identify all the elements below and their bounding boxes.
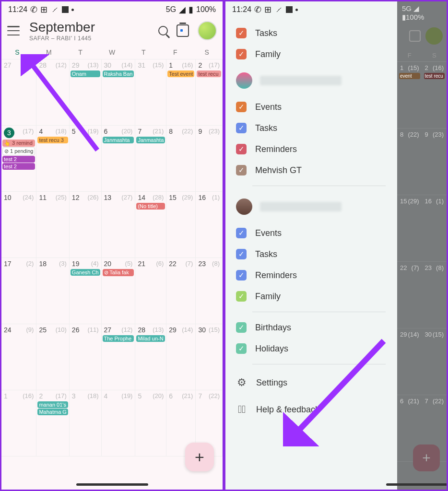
event-chip[interactable]: manan 01's	[37, 401, 68, 408]
event-chip[interactable]: ⊘ Talia fak	[103, 269, 134, 276]
calendar-cell[interactable]: 5(20)	[135, 390, 166, 456]
calendar-cell[interactable]: 20(5)⊘ Talia fak	[102, 258, 136, 324]
checkbox-icon[interactable]: ✓	[236, 49, 247, 59]
add-event-fab[interactable]: +	[185, 443, 214, 471]
calendar-cell[interactable]: 22(7)	[166, 258, 196, 324]
event-chip[interactable]: 👆 3 remind	[2, 140, 35, 147]
calendar-cell[interactable]: 3(17)👆 3 remind⊘ 1 pendingtest 2test 2	[1, 126, 36, 192]
calendar-cell[interactable]: 25(10)	[36, 324, 69, 390]
checkbox-icon[interactable]: ✓	[236, 144, 247, 154]
event-chip[interactable]: test 2	[2, 163, 35, 170]
event-chip[interactable]: Milad un-N	[136, 335, 165, 342]
calendar-cell[interactable]: 12(26)	[70, 192, 102, 258]
event-chip[interactable]: Raksha Ban	[103, 70, 134, 77]
drawer-calendar-item[interactable]: ✓Reminders	[225, 265, 397, 286]
checkbox-icon[interactable]: ✓	[236, 322, 247, 333]
calendar-cell[interactable]: 4(19)	[102, 390, 136, 456]
drawer-account-header[interactable]	[225, 65, 397, 96]
dimmed-background[interactable]: 5G ◢ ▮100% FS 1(15)event2(16)test recu8(…	[397, 1, 447, 490]
drawer-settings[interactable]: ⚙Settings	[225, 369, 397, 396]
calendar-cell[interactable]: 27(11)	[1, 59, 36, 126]
day-number: 26	[72, 326, 80, 334]
drawer-help[interactable]: ？⃝Help & feedback	[225, 396, 397, 423]
drawer-calendar-item[interactable]: ✓Family	[225, 286, 397, 307]
checkbox-icon[interactable]: ✓	[236, 165, 247, 175]
menu-button[interactable]	[7, 26, 20, 35]
calendar-cell[interactable]: 21(6)	[135, 258, 166, 324]
calendar-cell[interactable]: 11(25)	[36, 192, 69, 258]
calendar-cell[interactable]: 18(3)	[36, 258, 69, 324]
calendar-cell[interactable]: 19(4)Ganesh Ch	[70, 258, 102, 324]
event-chip[interactable]: Ganesh Ch	[71, 269, 100, 276]
calendar-cell[interactable]: 30(15)	[196, 324, 223, 390]
calendar-cell[interactable]: 5(19)	[70, 126, 102, 192]
calendar-cell[interactable]: 27(12)The Prophe	[102, 324, 136, 390]
calendar-cell[interactable]: 2(17)test recu	[196, 59, 223, 126]
event-chip[interactable]: (No title)	[136, 203, 165, 210]
checkbox-icon[interactable]: ✓	[236, 270, 247, 281]
event-chip[interactable]: Janmashta	[103, 137, 134, 143]
checkbox-icon[interactable]: ✓	[236, 28, 247, 38]
calendar-cell[interactable]: 2(17)manan 01'sMahatma G	[36, 390, 69, 456]
calendar-cell[interactable]: 4(18)test recu 3	[36, 126, 69, 192]
checkbox-icon[interactable]: ✓	[236, 291, 247, 302]
today-icon[interactable]	[177, 24, 189, 37]
account-email-blurred	[260, 76, 342, 85]
help-icon: ？⃝	[236, 404, 248, 415]
drawer-calendar-item[interactable]: ✓Reminders	[225, 139, 397, 160]
calendar-cell[interactable]: 14(28)(No title)	[135, 192, 166, 258]
calendar-cell[interactable]: 17(2)	[1, 258, 36, 324]
drawer-calendar-item[interactable]: ✓Events	[225, 96, 397, 117]
drawer-calendar-item[interactable]: ✓Birthdays	[225, 317, 397, 338]
drawer-calendar-item[interactable]: ✓Mehvish GT	[225, 160, 397, 181]
calendar-cell[interactable]: 3(18)	[70, 390, 102, 456]
event-chip[interactable]: The Prophe	[103, 335, 134, 342]
calendar-cell[interactable]: 29(14)	[166, 324, 196, 390]
calendar-cell[interactable]: 15(29)	[166, 192, 196, 258]
drawer-calendar-item[interactable]: ✓Family	[225, 44, 397, 65]
drawer-calendar-item[interactable]: ✓Tasks	[225, 23, 397, 44]
calendar-cell[interactable]: 16(1)	[196, 192, 223, 258]
event-chip[interactable]: Janmashta	[136, 137, 165, 143]
calendar-cell[interactable]: 24(9)	[1, 324, 36, 390]
calendar-cell[interactable]: 23(8)	[196, 258, 223, 324]
calendar-cell[interactable]: 30(14)Raksha Ban	[102, 59, 136, 126]
drawer-calendar-item[interactable]: ✓Tasks	[225, 117, 397, 139]
calendar-cell[interactable]: 29(13)Onam	[70, 59, 102, 126]
event-chip[interactable]: test 2	[2, 156, 35, 163]
checkbox-icon[interactable]: ✓	[236, 123, 247, 133]
event-chip[interactable]: Test event	[167, 70, 194, 77]
event-chip[interactable]: test recu	[197, 70, 221, 77]
calendar-cell[interactable]: 1(16)Test event	[166, 59, 196, 126]
calendar-cell[interactable]: 28(12)	[36, 59, 69, 126]
title-block[interactable]: September SAFAR – RABI' I 1445	[29, 20, 153, 42]
account-avatar-icon	[236, 199, 252, 215]
dim-dow: FS	[397, 49, 447, 62]
calendar-cell[interactable]: 1(16)	[1, 390, 36, 456]
search-icon[interactable]	[158, 26, 168, 35]
event-chip[interactable]: test recu 3	[37, 137, 68, 143]
calendar-cell[interactable]: 28(13)Milad un-N	[135, 324, 166, 390]
calendar-cell[interactable]: 13(27)	[102, 192, 136, 258]
calendar-cell[interactable]: 6(20)Janmashta	[102, 126, 136, 192]
calendar-cell[interactable]: 10(24)	[1, 192, 36, 258]
checkbox-icon[interactable]: ✓	[236, 102, 247, 112]
drawer-item-label: Events	[255, 102, 282, 112]
calendar-cell[interactable]: 7(21)Janmashta	[135, 126, 166, 192]
drawer-account-header[interactable]	[225, 191, 397, 222]
drawer-calendar-item[interactable]: ✓Events	[225, 222, 397, 244]
calendar-cell[interactable]: 9(23)	[196, 126, 223, 192]
event-chip[interactable]: Onam	[71, 70, 100, 77]
calendar-cell[interactable]: 8(22)	[166, 126, 196, 192]
profile-avatar[interactable]	[198, 21, 217, 40]
drawer-calendar-item[interactable]: ✓Tasks	[225, 244, 397, 265]
checkbox-icon[interactable]: ✓	[236, 343, 247, 354]
event-chip[interactable]: ⊘ 1 pending	[2, 147, 35, 155]
calendar-cell[interactable]: 26(11)	[70, 324, 102, 390]
nav-handle[interactable]	[76, 483, 148, 486]
event-chip[interactable]: Mahatma G	[37, 409, 68, 415]
drawer-calendar-item[interactable]: ✓Holidays	[225, 338, 397, 359]
checkbox-icon[interactable]: ✓	[236, 249, 247, 259]
checkbox-icon[interactable]: ✓	[236, 228, 247, 238]
calendar-cell[interactable]: 31(15)	[135, 59, 166, 126]
